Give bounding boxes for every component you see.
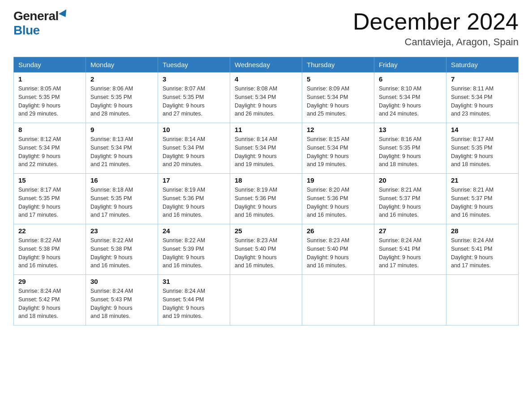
day-info: Sunrise: 8:23 AMSunset: 5:40 PMDaylight:… [307,236,369,270]
day-number: 30 [90,278,153,285]
calendar-cell [374,275,446,325]
day-number: 6 [379,75,442,83]
calendar-cell: 20Sunrise: 8:21 AMSunset: 5:37 PMDayligh… [374,174,446,224]
calendar-cell: 17Sunrise: 8:19 AMSunset: 5:36 PMDayligh… [158,174,230,224]
weekday-header-wednesday: Wednesday [230,57,302,73]
calendar-cell: 25Sunrise: 8:23 AMSunset: 5:40 PMDayligh… [230,224,302,275]
day-number: 17 [163,176,225,184]
day-number: 10 [163,126,225,133]
day-number: 12 [307,126,369,133]
weekday-header-sunday: Sunday [14,57,86,73]
calendar-week-row: 29Sunrise: 8:24 AMSunset: 5:42 PMDayligh… [14,275,519,325]
day-info: Sunrise: 8:19 AMSunset: 5:36 PMDaylight:… [235,186,297,219]
day-number: 7 [451,75,514,83]
calendar-cell: 22Sunrise: 8:22 AMSunset: 5:38 PMDayligh… [14,224,86,275]
day-info: Sunrise: 8:11 AMSunset: 5:34 PMDaylight:… [451,85,514,118]
day-info: Sunrise: 8:24 AMSunset: 5:44 PMDaylight:… [163,287,225,321]
day-info: Sunrise: 8:22 AMSunset: 5:38 PMDaylight:… [90,236,153,270]
day-info: Sunrise: 8:18 AMSunset: 5:35 PMDaylight:… [90,186,153,219]
calendar-body: 1Sunrise: 8:05 AMSunset: 5:35 PMDaylight… [14,73,519,325]
day-number: 27 [379,227,442,235]
weekday-header-monday: Monday [86,57,158,73]
calendar-title: December 2024 [353,9,519,34]
logo-triangle-icon [59,9,69,19]
calendar-cell: 31Sunrise: 8:24 AMSunset: 5:44 PMDayligh… [158,275,230,325]
logo-general-text: General [13,9,59,23]
calendar-cell: 16Sunrise: 8:18 AMSunset: 5:35 PMDayligh… [86,174,158,224]
day-number: 23 [90,227,153,235]
day-info: Sunrise: 8:09 AMSunset: 5:34 PMDaylight:… [307,85,369,118]
page-header: General Blue December 2024 Cantavieja, A… [13,9,519,48]
day-number: 14 [451,126,514,133]
calendar-cell: 28Sunrise: 8:24 AMSunset: 5:41 PMDayligh… [446,224,519,275]
weekday-header-row: SundayMondayTuesdayWednesdayThursdayFrid… [14,57,519,73]
weekday-header-thursday: Thursday [302,57,374,73]
day-info: Sunrise: 8:17 AMSunset: 5:35 PMDaylight:… [18,186,81,219]
day-info: Sunrise: 8:12 AMSunset: 5:34 PMDaylight:… [18,135,81,169]
day-number: 5 [307,75,369,83]
day-info: Sunrise: 8:13 AMSunset: 5:34 PMDaylight:… [90,135,153,169]
day-info: Sunrise: 8:19 AMSunset: 5:36 PMDaylight:… [163,186,225,219]
day-number: 18 [235,176,297,184]
calendar-week-row: 1Sunrise: 8:05 AMSunset: 5:35 PMDaylight… [14,73,519,123]
title-block: December 2024 Cantavieja, Aragon, Spain [353,9,519,48]
day-number: 11 [235,126,297,133]
calendar-cell: 21Sunrise: 8:21 AMSunset: 5:37 PMDayligh… [446,174,519,224]
day-info: Sunrise: 8:14 AMSunset: 5:34 PMDaylight:… [235,135,297,169]
day-number: 28 [451,227,514,235]
day-info: Sunrise: 8:16 AMSunset: 5:35 PMDaylight:… [379,135,442,169]
calendar-header: SundayMondayTuesdayWednesdayThursdayFrid… [14,57,519,73]
calendar-table: SundayMondayTuesdayWednesdayThursdayFrid… [13,57,519,325]
day-info: Sunrise: 8:15 AMSunset: 5:34 PMDaylight:… [307,135,369,169]
calendar-cell: 2Sunrise: 8:06 AMSunset: 5:35 PMDaylight… [86,73,158,123]
day-info: Sunrise: 8:10 AMSunset: 5:34 PMDaylight:… [379,85,442,118]
weekday-header-saturday: Saturday [446,57,519,73]
calendar-cell: 10Sunrise: 8:14 AMSunset: 5:34 PMDayligh… [158,123,230,174]
day-number: 25 [235,227,297,235]
calendar-cell: 27Sunrise: 8:24 AMSunset: 5:41 PMDayligh… [374,224,446,275]
day-number: 15 [18,176,81,184]
day-number: 13 [379,126,442,133]
calendar-cell: 4Sunrise: 8:08 AMSunset: 5:34 PMDaylight… [230,73,302,123]
day-number: 4 [235,75,297,83]
day-number: 19 [307,176,369,184]
calendar-cell [302,275,374,325]
calendar-cell: 8Sunrise: 8:12 AMSunset: 5:34 PMDaylight… [14,123,86,174]
calendar-cell: 30Sunrise: 8:24 AMSunset: 5:43 PMDayligh… [86,275,158,325]
weekday-header-friday: Friday [374,57,446,73]
calendar-cell: 23Sunrise: 8:22 AMSunset: 5:38 PMDayligh… [86,224,158,275]
day-number: 24 [163,227,225,235]
day-info: Sunrise: 8:22 AMSunset: 5:39 PMDaylight:… [163,236,225,270]
day-info: Sunrise: 8:17 AMSunset: 5:35 PMDaylight:… [451,135,514,169]
day-number: 2 [90,75,153,83]
day-info: Sunrise: 8:24 AMSunset: 5:43 PMDaylight:… [90,287,153,321]
day-number: 22 [18,227,81,235]
calendar-cell: 6Sunrise: 8:10 AMSunset: 5:34 PMDaylight… [374,73,446,123]
day-number: 9 [90,126,153,133]
day-number: 26 [307,227,369,235]
day-info: Sunrise: 8:07 AMSunset: 5:35 PMDaylight:… [163,85,225,118]
day-number: 31 [163,278,225,285]
logo-blue-text: Blue [13,23,40,38]
calendar-cell: 24Sunrise: 8:22 AMSunset: 5:39 PMDayligh… [158,224,230,275]
calendar-cell: 12Sunrise: 8:15 AMSunset: 5:34 PMDayligh… [302,123,374,174]
day-info: Sunrise: 8:24 AMSunset: 5:41 PMDaylight:… [451,236,514,270]
day-info: Sunrise: 8:08 AMSunset: 5:34 PMDaylight:… [235,85,297,118]
calendar-cell: 26Sunrise: 8:23 AMSunset: 5:40 PMDayligh… [302,224,374,275]
day-number: 16 [90,176,153,184]
calendar-cell: 1Sunrise: 8:05 AMSunset: 5:35 PMDaylight… [14,73,86,123]
calendar-cell [446,275,519,325]
logo: General Blue [13,9,69,38]
weekday-header-tuesday: Tuesday [158,57,230,73]
day-info: Sunrise: 8:22 AMSunset: 5:38 PMDaylight:… [18,236,81,270]
calendar-week-row: 15Sunrise: 8:17 AMSunset: 5:35 PMDayligh… [14,174,519,224]
calendar-cell: 14Sunrise: 8:17 AMSunset: 5:35 PMDayligh… [446,123,519,174]
calendar-cell: 3Sunrise: 8:07 AMSunset: 5:35 PMDaylight… [158,73,230,123]
day-info: Sunrise: 8:14 AMSunset: 5:34 PMDaylight:… [163,135,225,169]
calendar-location: Cantavieja, Aragon, Spain [353,36,519,48]
calendar-cell: 11Sunrise: 8:14 AMSunset: 5:34 PMDayligh… [230,123,302,174]
day-number: 1 [18,75,81,83]
calendar-cell: 13Sunrise: 8:16 AMSunset: 5:35 PMDayligh… [374,123,446,174]
day-info: Sunrise: 8:23 AMSunset: 5:40 PMDaylight:… [235,236,297,270]
day-number: 29 [18,278,81,285]
